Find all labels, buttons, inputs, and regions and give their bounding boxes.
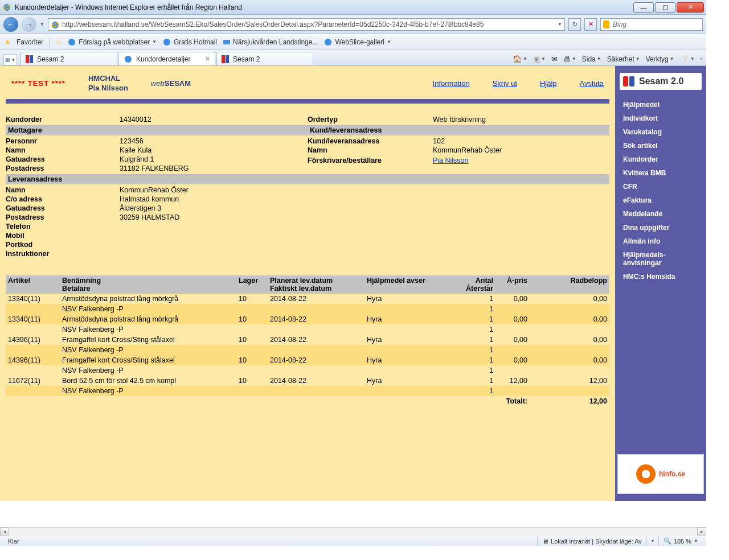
lbl-lev-gatu: Gatuadress [6,204,120,212]
hdr-kundlev: Kund/leveransadress [308,125,609,135]
cmd-print-button[interactable]: 🖶▼ [563,55,576,63]
th-apris: À-pris [495,275,530,294]
content-viewport: **** TEST **** HMCHAL Pia Nilsson webSES… [0,66,706,527]
search-bar[interactable] [600,18,703,31]
url-dropdown-icon[interactable]: ▼ [558,22,562,27]
total-value: 12,00 [530,396,609,406]
svg-rect-9 [30,55,33,63]
cmd-page-menu[interactable]: Sida▼ [582,55,601,63]
tab-kundorderdetaljer[interactable]: Kundorderdetaljer ✕ [118,52,215,65]
cmd-help-button[interactable]: ❔▼ [680,55,695,63]
hscroll-track[interactable] [9,528,697,536]
lbl-personnr: Personnr [6,137,120,145]
th-lager: Lager [236,275,268,294]
link-information[interactable]: Information [433,79,470,88]
sidebar-item-5[interactable]: Kvittera BMB [615,166,706,180]
fav-link-3[interactable]: Närsjukvården Landstinge... [223,38,318,46]
cmd-tools-menu[interactable]: Verktyg▼ [646,55,674,63]
fav-link-1[interactable]: Förslag på webbplatser▼ [67,38,157,47]
sidebar-item-4[interactable]: Kundorder [615,153,706,166]
sidebar-item-11[interactable]: Hjälpmedels-anvisningar [615,248,706,270]
tab-sesam2-2[interactable]: Sesam 2 [216,52,313,65]
nav-forward-button[interactable]: → [22,17,36,32]
link-avsluta[interactable]: Avsluta [580,79,604,88]
val-kundlevnamn: KommunRehab Öster [433,146,502,154]
sidebar-item-2[interactable]: Varukatalog [615,125,706,139]
lbl-kundlevnamn: Namn [308,146,433,154]
val-ordertyp: Web förskrivning [433,116,486,123]
lbl-gatu: Gatuadress [6,155,120,163]
hinfo-banner[interactable]: h hinfo.se [617,454,704,494]
window-title: Kundorderdetaljer - Windows Internet Exp… [15,3,633,11]
cmd-safety-menu[interactable]: Säkerhet▼ [607,55,640,63]
url-input[interactable] [61,20,555,29]
lbl-lev-namn: Namn [6,186,120,194]
lbl-kundorder: Kundorder [6,116,120,123]
svg-rect-6 [223,40,230,44]
svg-rect-13 [623,76,628,87]
cmd-expand-button[interactable]: » [701,56,703,61]
hdr-empty [308,174,609,184]
reload-button[interactable]: ↻ [568,18,581,31]
sidebar-item-3[interactable]: Sök artikel [615,139,706,153]
cmd-mail-button[interactable]: ✉ [551,55,558,63]
hdr-mottagare: Mottagare [6,125,308,135]
window-min-button[interactable]: — [633,2,654,13]
address-bar[interactable]: ▼ [48,18,565,31]
val-lev-gatu: Ålderstigen 3 [120,204,161,212]
sidebar-item-6[interactable]: CFR [615,180,706,193]
internet-zone-icon: 🖥 [542,538,548,545]
sidebar-item-1[interactable]: Individkort [615,112,706,125]
val-kundlevnr: 102 [433,137,445,145]
quick-tabs-button[interactable]: ▦▼ [3,54,17,65]
tab-sesam2-1[interactable]: Sesam 2 [21,52,117,65]
stop-button[interactable]: ✕ [584,18,597,31]
th-benamning: Benämning Betalare [60,275,236,294]
table-row: 14396(11)Framgaffel kort Cross/Sting stå… [6,335,609,345]
add-favorite-icon[interactable]: ☆ [55,38,62,46]
sidebar-item-10[interactable]: Allmän info [615,234,706,248]
svg-rect-12 [226,55,229,63]
nav-history-dropdown[interactable]: ▼ [40,22,44,27]
link-skriv-ut[interactable]: Skriv ut [493,79,517,88]
status-protected-dropdown[interactable]: ▾ [646,536,658,546]
nav-back-button[interactable]: ← [3,17,18,32]
search-input[interactable] [612,20,700,29]
tab-close-icon[interactable]: ✕ [205,55,210,63]
lbl-ordertyp: Ordertyp [308,116,433,123]
window-max-button[interactable]: ▢ [655,2,675,13]
hscroll-right-button[interactable]: ▸ [697,528,706,536]
sidebar-item-7[interactable]: eFaktura [615,193,706,207]
lbl-namn: Namn [6,146,120,154]
table-row: 14396(11)Framgaffel kort Cross/Sting stå… [6,355,609,365]
fav-link-4[interactable]: WebSlice-galleri▼ [323,38,391,47]
favorites-bar: ★ Favoriter ☆ Förslag på webbplatser▼ Gr… [0,34,706,50]
tab-strip: ▦▼ Sesam 2 Kundorderdetaljer ✕ Sesam 2 🏠… [0,50,706,66]
table-row: 11672(11)Bord 52.5 cm för stol 42.5 cm k… [6,376,609,386]
sidebar-logo: Sesam 2.0 [620,73,702,90]
horizontal-scrollbar[interactable]: ◂ ▸ [0,527,706,535]
favorites-star-icon[interactable]: ★ [5,38,11,46]
fav-link-2[interactable]: Gratis Hotmail [162,38,217,47]
status-bar: Klar 🖥 Lokalt intranät | Skyddat läge: A… [0,535,706,546]
cmd-home-button[interactable]: 🏠▼ [513,55,527,63]
cmd-feeds-button[interactable]: ▣▼ [533,55,546,63]
val-kundorder: 14340012 [120,116,151,123]
status-ready: Klar [3,536,537,546]
sidebar-item-9[interactable]: Dina uppgifter [615,221,706,234]
val-personnr: 123456 [120,137,144,145]
total-label: Totalt: [495,396,530,406]
sidebar-item-8[interactable]: Meddelande [615,207,706,221]
status-zoom[interactable]: 🔍 105 % ▼ [658,536,703,546]
th-radbelopp: Radbelopp [530,275,609,294]
hscroll-left-button[interactable]: ◂ [0,528,9,536]
favorites-label[interactable]: Favoriter [17,38,43,46]
link-forskrivare[interactable]: Pia Nilsson [433,157,469,164]
ie-icon [2,3,11,12]
sidebar-item-0[interactable]: Hjälpmedel [615,98,706,112]
link-hjalp[interactable]: Hjälp [540,79,557,88]
val-namn: Kalle Kula [120,146,151,154]
table-row: 13340(11)Armstödsdyna polstrad lång mörk… [6,314,609,324]
window-close-button[interactable]: ✕ [677,2,704,13]
sidebar-item-12[interactable]: HMC:s Hemsida [615,270,706,283]
